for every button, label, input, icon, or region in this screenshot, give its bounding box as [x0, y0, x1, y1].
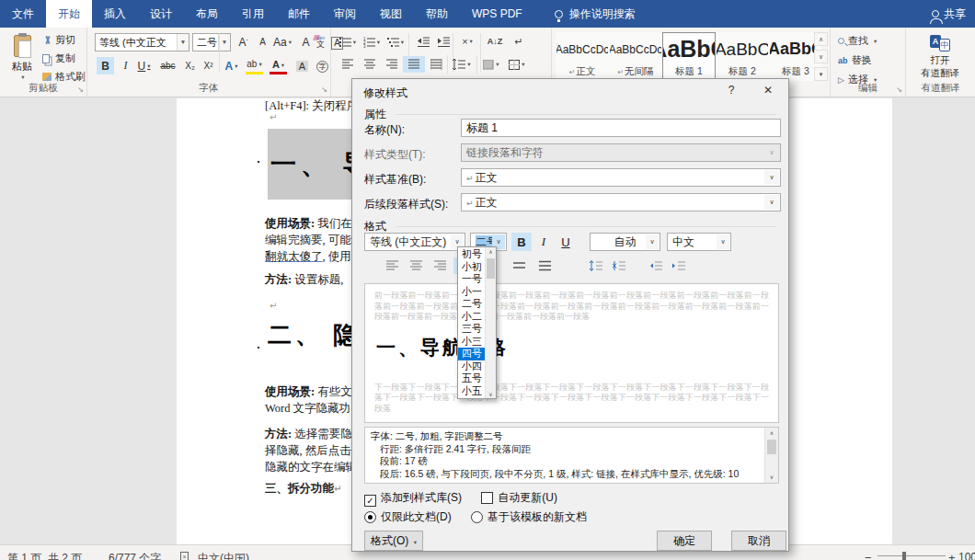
editing-dialog-launcher[interactable]: ↘: [896, 86, 902, 94]
shading-button[interactable]: ▾: [480, 56, 502, 73]
zoom-level[interactable]: 100%: [958, 551, 975, 560]
size-option-selected[interactable]: 四号: [458, 348, 485, 360]
grow-font-button[interactable]: Aˆ: [235, 33, 252, 51]
tab-mailings[interactable]: 邮件: [276, 0, 322, 28]
dialog-align-left-button[interactable]: [382, 257, 404, 274]
tab-layout[interactable]: 布局: [184, 0, 230, 28]
dialog-increase-spacing-button[interactable]: [585, 257, 607, 274]
show-marks-button[interactable]: ↵: [508, 33, 530, 50]
subscript-button[interactable]: X₂: [181, 57, 199, 74]
multilevel-list-button[interactable]: ▾: [384, 34, 407, 51]
size-option[interactable]: 二号: [458, 298, 485, 311]
add-to-gallery-checkbox[interactable]: ✓添加到样式库(S): [364, 491, 462, 504]
following-paragraph-combo[interactable]: ↵正文 ∨: [461, 193, 781, 211]
text-effects-button[interactable]: A▾: [223, 57, 240, 74]
dialog-decrease-spacing-button[interactable]: [608, 257, 630, 274]
size-option[interactable]: 小一: [458, 286, 485, 299]
dialog-font-name-combo[interactable]: 等线 (中文正文) ∨: [364, 233, 465, 251]
tell-me-search[interactable]: 操作说明搜索: [555, 0, 636, 28]
bullets-button[interactable]: ▾: [337, 34, 359, 51]
clipboard-dialog-launcher[interactable]: ↘: [77, 86, 84, 94]
style-card-heading2[interactable]: AaBbC 标题 2: [716, 32, 769, 81]
font-color-button[interactable]: A▾: [270, 57, 287, 74]
dialog-language-combo[interactable]: 中文 ∨: [667, 233, 731, 251]
justify-button[interactable]: [403, 56, 425, 73]
size-option[interactable]: 初号: [458, 248, 485, 261]
shrink-font-button[interactable]: A: [254, 33, 271, 51]
align-right-button[interactable]: [381, 56, 403, 73]
superscript-button[interactable]: X²: [200, 57, 217, 74]
borders-button[interactable]: ▾: [506, 56, 528, 73]
language-indicator[interactable]: 中文(中国): [198, 551, 249, 560]
chevron-down-icon[interactable]: ∨: [646, 234, 659, 249]
font-size-combo[interactable]: 二号 ▼: [192, 33, 231, 51]
change-case-button[interactable]: Aa▾: [273, 33, 292, 51]
size-option[interactable]: 五号: [458, 372, 485, 385]
italic-button[interactable]: I: [117, 57, 134, 74]
underline-button[interactable]: U▾: [135, 57, 153, 74]
tab-review[interactable]: 审阅: [322, 0, 368, 28]
size-option[interactable]: 小五: [458, 385, 485, 398]
sort-button[interactable]: A↓Z: [484, 33, 506, 50]
chevron-down-icon[interactable]: ∨: [764, 170, 779, 185]
help-button[interactable]: ?: [717, 81, 746, 100]
chevron-down-icon[interactable]: ∨: [764, 195, 779, 210]
tab-insert[interactable]: 插入: [92, 0, 138, 28]
dialog-align-center-button[interactable]: [406, 257, 428, 274]
scroll-down-icon[interactable]: ∨: [765, 472, 778, 483]
dialog-italic-button[interactable]: I: [533, 233, 554, 251]
size-option[interactable]: 三号: [458, 323, 485, 336]
copy-button[interactable]: 复制: [42, 51, 75, 66]
enclose-characters-button[interactable]: 字: [314, 58, 331, 75]
styles-gallery-more[interactable]: ▾: [814, 67, 828, 81]
bold-button[interactable]: B: [97, 57, 114, 74]
scroll-down-icon[interactable]: ∨: [486, 391, 496, 397]
tab-design[interactable]: 设计: [138, 0, 184, 28]
dialog-font-color-combo[interactable]: 自动 ∨: [590, 233, 660, 251]
size-option[interactable]: 小四: [458, 360, 485, 373]
proofing-icon[interactable]: ×: [180, 552, 189, 560]
styles-scroll-up[interactable]: ∧: [814, 32, 828, 46]
decrease-indent-button[interactable]: [412, 34, 434, 51]
tab-file[interactable]: 文件: [0, 0, 46, 28]
tab-wps-pdf[interactable]: WPS PDF: [460, 0, 534, 28]
scrollbar-thumb[interactable]: [487, 258, 495, 279]
size-option[interactable]: 小二: [458, 311, 485, 324]
find-button[interactable]: 查找 ▾: [838, 33, 877, 49]
scroll-up-icon[interactable]: ∧: [486, 248, 496, 255]
zoom-in-button[interactable]: +: [948, 551, 956, 560]
align-center-button[interactable]: [359, 56, 381, 73]
dialog-decrease-indent-button[interactable]: [645, 257, 667, 274]
tab-help[interactable]: 帮助: [414, 0, 460, 28]
description-scrollbar[interactable]: ∧ ∨: [764, 428, 778, 483]
cancel-button[interactable]: 取消: [731, 531, 786, 551]
phonetic-guide-button[interactable]: wén 文: [312, 33, 329, 51]
scroll-up-icon[interactable]: ∧: [765, 428, 778, 439]
style-card-normal[interactable]: AaBbCcDc ↵正文: [556, 32, 609, 81]
align-left-button[interactable]: [337, 56, 359, 73]
dropdown-scrollbar[interactable]: ∧ ∨: [485, 247, 496, 398]
chevron-down-icon[interactable]: ▼: [177, 34, 189, 51]
size-option[interactable]: 一号: [458, 273, 485, 286]
increase-indent-button[interactable]: [432, 34, 454, 51]
font-name-combo[interactable]: 等线 (中文正文 ▼: [95, 33, 189, 51]
asian-layout-button[interactable]: ×▾: [456, 33, 478, 50]
only-this-document-radio[interactable]: 仅限此文档(D): [364, 510, 452, 523]
style-card-no-spacing[interactable]: AaBbCcDc ↵无间隔: [609, 32, 662, 81]
page-indicator[interactable]: 第 1 页, 共 2 页: [7, 551, 82, 560]
font-dialog-launcher[interactable]: ↘: [321, 86, 327, 94]
share-button[interactable]: 共享: [932, 0, 966, 28]
dialog-spacing-1-5-button[interactable]: [509, 257, 531, 274]
line-spacing-button[interactable]: ▾: [451, 56, 473, 73]
character-shading-button[interactable]: A: [293, 57, 311, 74]
dialog-align-right-button[interactable]: [430, 257, 452, 274]
tab-view[interactable]: 视图: [368, 0, 414, 28]
zoom-out-button[interactable]: −: [865, 551, 872, 560]
distribute-button[interactable]: [425, 56, 447, 73]
style-name-input[interactable]: [461, 119, 781, 137]
youdao-translate-button[interactable]: A 中 打开 有道翻译: [913, 32, 967, 89]
new-documents-radio[interactable]: 基于该模板的新文档: [471, 510, 587, 523]
zoom-slider-track[interactable]: [878, 555, 946, 556]
close-icon[interactable]: ✕: [753, 81, 783, 100]
style-based-on-combo[interactable]: ↵正文 ∨: [461, 168, 781, 187]
